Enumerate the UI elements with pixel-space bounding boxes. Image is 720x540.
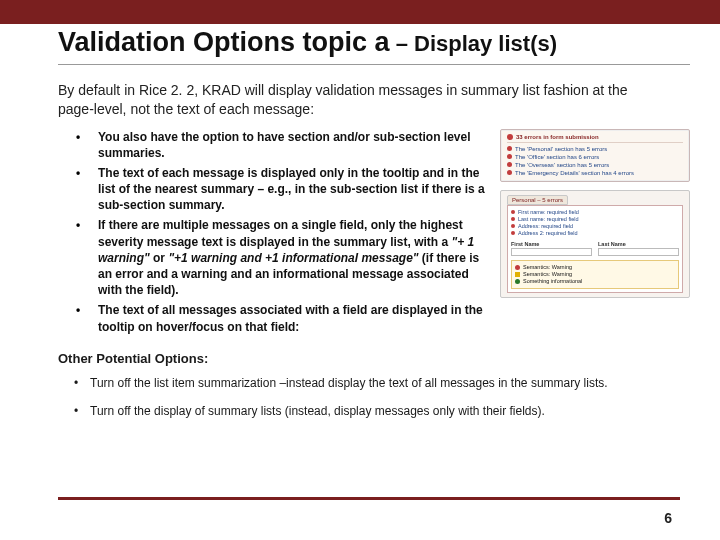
error-bullet-icon [511, 231, 515, 235]
error-icon [507, 134, 513, 140]
thumb-row: The 'Emergency Details' section has 4 er… [507, 169, 683, 177]
bullet-item: You also have the option to have section… [86, 129, 486, 161]
bullet-item: The text of each message is displayed on… [86, 165, 486, 214]
thumb-row: Last name: required field [511, 216, 679, 223]
thumb-row: First name: required field [511, 209, 679, 216]
tooltip-row: Semantics: Warning [515, 271, 675, 278]
thumb-header: 33 errors in form submission [507, 134, 683, 143]
slide-title: Validation Options topic a – Display lis… [58, 26, 690, 65]
thumb-row: Address 2: required field [511, 230, 679, 237]
field-input [598, 248, 679, 256]
tooltip-row: Something informational [515, 278, 675, 285]
thumb-tab: Personal – 5 errors [507, 195, 568, 205]
field-input [511, 248, 592, 256]
error-bullet-icon [507, 154, 512, 159]
error-bullet-icon [511, 210, 515, 214]
thumbnail-column: 33 errors in form submission The 'Person… [486, 129, 690, 298]
other-option-item: Turn off the list item summarization –in… [74, 374, 690, 392]
thumb-fields: First Name Last Name [511, 241, 679, 256]
main-bullet-list: You also have the option to have section… [58, 129, 486, 339]
slide: Validation Options topic a – Display lis… [0, 0, 720, 540]
intro-text: By default in Rice 2. 2, KRAD will displ… [58, 81, 648, 119]
other-options-heading: Other Potential Options: [58, 351, 690, 366]
thumbnail-page-summary: 33 errors in form submission The 'Person… [500, 129, 690, 182]
error-bullet-icon [511, 217, 515, 221]
error-bullet-icon [507, 170, 512, 175]
thumb-row: The 'Office' section has 6 errors [507, 153, 683, 161]
other-options-list: Turn off the list item summarization –in… [58, 374, 690, 420]
error-icon [515, 265, 520, 270]
title-sep: – [390, 31, 414, 56]
field-label: First Name [511, 241, 592, 247]
thumb-row: The 'Overseas' section has 5 errors [507, 161, 683, 169]
error-bullet-icon [507, 146, 512, 151]
thumb-panel: First name: required field Last name: re… [507, 205, 683, 293]
thumb-row: Address: required field [511, 223, 679, 230]
error-bullet-icon [511, 224, 515, 228]
error-bullet-icon [507, 162, 512, 167]
thumb-field: Last Name [598, 241, 679, 256]
bullet-item: The text of all messages associated with… [86, 302, 486, 334]
thumb-row: The 'Personal' section has 5 errors [507, 145, 683, 153]
title-main: Validation Options topic a [58, 27, 390, 57]
warning-icon [515, 272, 520, 277]
info-icon [515, 279, 520, 284]
thumb-header-text: 33 errors in form submission [516, 134, 599, 140]
thumb-field: First Name [511, 241, 592, 256]
footer-accent-line [58, 497, 680, 500]
title-sub: Display list(s) [414, 31, 557, 56]
thumbnail-section-summary: Personal – 5 errors First name: required… [500, 190, 690, 298]
top-accent-bar [0, 0, 720, 24]
thumb-tooltip: Semantics: Warning Semantics: Warning So… [511, 260, 679, 289]
page-number: 6 [664, 510, 672, 526]
tooltip-row: Semantics: Warning [515, 264, 675, 271]
bullet-item: If there are multiple messages on a sing… [86, 217, 486, 298]
other-option-item: Turn off the display of summary lists (i… [74, 402, 690, 420]
field-label: Last Name [598, 241, 679, 247]
